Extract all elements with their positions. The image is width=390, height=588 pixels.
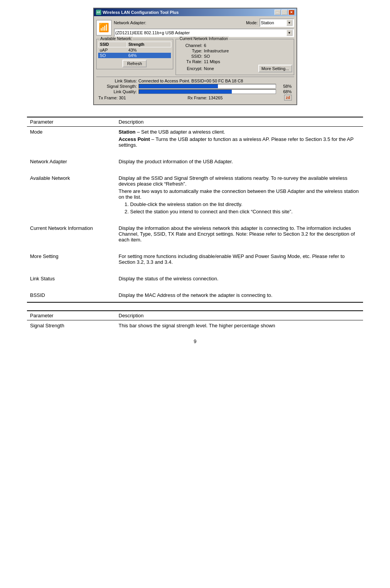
link-status-label: Link Status: — [99, 79, 137, 83]
spacer-row — [27, 152, 363, 156]
connect-list: Double-click the wireless station on the… — [130, 201, 360, 214]
table-row: Mode Station – Set the USB adapter a wir… — [27, 127, 363, 152]
list-item: Double-click the wireless station on the… — [130, 201, 360, 207]
network-table: SSID Strength uAP 43% SO — [98, 42, 171, 58]
desc-more-setting: For setting more functions including dis… — [115, 251, 363, 269]
network-adapter-label: Network Adapter: — [114, 20, 146, 25]
link-quality-label: Link Quality: — [99, 89, 137, 94]
app-icon: zd — [96, 10, 101, 15]
left-panel: Available Network: SSID Strength uAP — [96, 39, 173, 77]
close-button[interactable]: ✕ — [288, 10, 295, 15]
main-content: Available Network: SSID Strength uAP — [96, 39, 294, 77]
quality-bar-container — [139, 89, 276, 94]
param-current-network-info: Current Network Information — [27, 223, 115, 246]
param-available-network: Available Network — [27, 173, 115, 218]
ssid-row: SSID: SO — [177, 54, 292, 59]
table-row: Current Network Information Display the … — [27, 223, 363, 246]
title-bar: zd Wireless LAN Configuration Tool Plus … — [94, 8, 296, 16]
table-row[interactable]: uAP 43% — [98, 47, 171, 53]
restore-button[interactable]: □ — [281, 10, 288, 15]
spacer-row — [27, 269, 363, 273]
table2: Parameter Description Signal Strength Th… — [27, 310, 363, 331]
channel-label: Channel: — [177, 43, 203, 48]
encrypt-label: Encrypt: — [177, 66, 203, 71]
adapter-value: (ZD1211)IEEE 802.11b+g USB Adapter — [115, 30, 190, 35]
txrate-value: 11 Mbps — [204, 59, 220, 64]
desc-mode: Station – Set the USB adapter a wireless… — [115, 127, 363, 152]
window-title: Wireless LAN Configuration Tool Plus — [103, 10, 179, 15]
doc-area: Parameter Description Mode Station – Set… — [0, 109, 390, 352]
mode-dropdown[interactable]: Station ▼ — [259, 18, 294, 27]
desc-signal-strength: This bar shows the signal strength level… — [115, 320, 363, 331]
txrate-row: Tx Rate: 11 Mbps — [177, 59, 292, 64]
screenshot-area: zd Wireless LAN Configuration Tool Plus … — [0, 0, 390, 109]
table-row: BSSID Display the MAC Address of the net… — [27, 290, 363, 302]
adapter-dropdown[interactable]: (ZD1211)IEEE 802.11b+g USB Adapter ▼ — [114, 28, 294, 37]
param-bssid: BSSID — [27, 290, 115, 302]
right-panel: Current Network Information Channel: 6 T… — [176, 39, 294, 77]
param-network-adapter: Network Adapter — [27, 156, 115, 168]
param-link-status: Link Status — [27, 273, 115, 285]
spacer-row — [27, 218, 363, 223]
ssid-label: SSID: — [177, 54, 203, 59]
table2-col2-header: Description — [115, 311, 363, 320]
available-network-title: Available Network: — [100, 37, 133, 41]
table-row: More Setting For setting more functions … — [27, 251, 363, 269]
list-item: Select the station you intend to connect… — [130, 209, 360, 214]
txrate-label: Tx Rate: — [177, 59, 203, 64]
desc-link-status: Display the status of the wireless conne… — [115, 273, 363, 285]
link-status-row: Link Status: Connected to Access Point. … — [99, 79, 292, 83]
param-signal-strength: Signal Strength — [27, 320, 115, 331]
signal-pct: 58% — [278, 84, 292, 89]
table2-col1-header: Parameter — [27, 311, 115, 320]
app-window: zd Wireless LAN Configuration Tool Plus … — [93, 8, 297, 105]
table-row: Network Adapter Display the product info… — [27, 156, 363, 168]
adapter-icon: 📶 — [96, 20, 112, 35]
mode-value: Station — [261, 20, 274, 25]
rx-frame-label: Rx Frame: 134265 — [187, 95, 223, 100]
minimize-button[interactable]: ─ — [275, 10, 281, 15]
col-strength: Strength — [127, 42, 171, 47]
signal-strength-label: Signal Strength: — [99, 84, 137, 89]
tx-frame-label: Tx Frame: 301 — [99, 95, 126, 100]
zd-logo: zd — [284, 95, 291, 101]
strength-so: 64% — [127, 53, 171, 58]
strength-uap: 43% — [127, 47, 171, 53]
more-setting-button[interactable]: More Setting... — [258, 65, 292, 72]
signal-strength-row: Signal Strength: 58% — [99, 84, 292, 89]
mode-label: Mode: — [246, 20, 258, 25]
spacer-row — [27, 168, 363, 173]
mode-dropdown-arrow[interactable]: ▼ — [286, 20, 293, 26]
type-value: Infrastructure — [204, 49, 229, 53]
current-network-group: Current Network Information Channel: 6 T… — [176, 39, 294, 75]
link-quality-row: Link Quality: 68% — [99, 89, 292, 94]
current-network-title: Current Network Information — [179, 37, 229, 41]
signal-bar-fill — [139, 84, 218, 88]
table-row[interactable]: SO 64% — [98, 53, 171, 58]
col-ssid: SSID — [98, 42, 127, 47]
refresh-button[interactable]: Refresh — [122, 60, 147, 67]
table1: Parameter Description Mode Station – Set… — [27, 117, 363, 303]
title-bar-buttons[interactable]: ─ □ ✕ — [275, 10, 295, 15]
desc-current-network-info: Display the information about the wirele… — [115, 223, 363, 246]
param-more-setting: More Setting — [27, 251, 115, 269]
top-row: Network Adapter: Mode: Station ▼ — [114, 18, 294, 27]
table-row: Available Network Display all the SSID a… — [27, 173, 363, 218]
table-row: Link Status Display the status of the wi… — [27, 273, 363, 285]
adapter-dropdown-arrow[interactable]: ▼ — [286, 30, 293, 36]
spacer-row — [27, 246, 363, 251]
encrypt-value: None — [204, 66, 214, 71]
table1-col1-header: Parameter — [27, 117, 115, 127]
page-number: 9 — [27, 338, 363, 344]
ssid-uap: uAP — [98, 47, 127, 53]
quality-bar-fill — [139, 90, 232, 94]
window-body: 📶 Network Adapter: Mode: Station ▼ — [94, 16, 296, 104]
mode-section: Mode: Station ▼ — [246, 18, 294, 27]
encrypt-row: Encrypt: None More Setting... — [177, 65, 292, 72]
desc-network-adapter: Display the product information of the U… — [115, 156, 363, 168]
param-mode: Mode — [27, 127, 115, 152]
type-label: Type: — [177, 49, 203, 53]
frame-row: Tx Frame: 301 Rx Frame: 134265 zd — [99, 95, 292, 101]
status-bar: Link Status: Connected to Access Point. … — [96, 77, 294, 102]
ssid-so: SO — [98, 53, 127, 58]
